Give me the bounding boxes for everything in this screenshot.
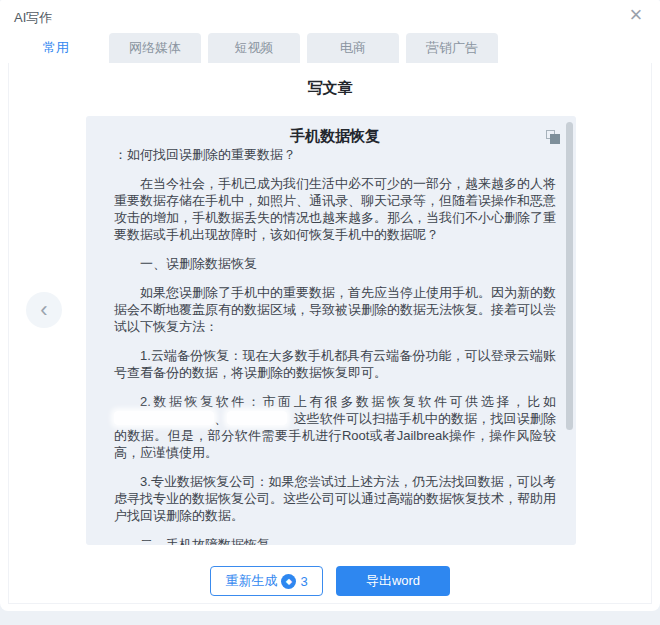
article-section-heading-clipped: 二、手机故障数据恢复 xyxy=(114,536,556,545)
export-word-label: 导出word xyxy=(366,572,420,590)
category-tabbar: 常用 网络媒体 短视频 电商 营销广告 xyxy=(10,33,505,63)
redacted-text-blur xyxy=(227,411,287,425)
ai-writing-dialog: AI写作 × 常用 网络媒体 短视频 电商 营销广告 写文章 手机数据恢复 ：如… xyxy=(0,0,660,611)
tab-yingxiaoguanggao[interactable]: 营销广告 xyxy=(406,33,498,63)
article-paragraph: 3.专业数据恢复公司：如果您尝试过上述方法，仍无法找回数据，可以考虑寻找专业的数… xyxy=(114,473,556,524)
card-scrollbar[interactable] xyxy=(566,122,573,430)
article-body: 手机数据恢复 ：如何找回误删除的重要数据？ 在当今社会，手机已成为我们生活中必不… xyxy=(86,116,576,545)
tab-label: 电商 xyxy=(340,39,366,57)
article-title: 手机数据恢复 xyxy=(114,126,556,146)
tab-wangluomeiti[interactable]: 网络媒体 xyxy=(109,33,201,63)
regenerate-label: 重新生成 xyxy=(225,572,277,590)
tab-changyong[interactable]: 常用 xyxy=(10,33,102,63)
tab-dianshang[interactable]: 电商 xyxy=(307,33,399,63)
tab-label: 营销广告 xyxy=(426,39,478,57)
article-paragraph: 1.云端备份恢复：现在大多数手机都具有云端备份功能，可以登录云端账号查看备份的数… xyxy=(114,347,556,381)
tab-label: 常用 xyxy=(43,39,69,57)
tab-label: 短视频 xyxy=(235,39,274,57)
page-title: 写文章 xyxy=(9,79,651,98)
article-section-heading: 一、误删除数据恢复 xyxy=(114,255,556,272)
credit-coin-icon: ◆ xyxy=(281,574,296,589)
dialog-title: AI写作 xyxy=(14,9,52,27)
action-button-row: 重新生成 ◆ 3 导出word xyxy=(9,566,651,596)
article-subtitle: ：如何找回误删除的重要数据？ xyxy=(114,146,556,163)
content-panel: 写文章 手机数据恢复 ：如何找回误删除的重要数据？ 在当今社会，手机已成为我们生… xyxy=(8,63,652,604)
regenerate-count: 3 xyxy=(300,574,307,589)
regenerate-button[interactable]: 重新生成 ◆ 3 xyxy=(210,566,323,596)
redacted-text-blur xyxy=(114,411,214,425)
tab-label: 网络媒体 xyxy=(129,39,181,57)
copy-icon-front-square xyxy=(550,134,560,144)
article-paragraph: 在当今社会，手机已成为我们生活中必不可少的一部分，越来越多的人将重要数据存储在手… xyxy=(114,175,556,243)
background-strip xyxy=(0,611,660,625)
export-word-button[interactable]: 导出word xyxy=(336,566,450,596)
article-paragraph: 如果您误删除了手机中的重要数据，首先应当停止使用手机。因为新的数据会不断地覆盖原… xyxy=(114,284,556,335)
generated-article-card: 手机数据恢复 ：如何找回误删除的重要数据？ 在当今社会，手机已成为我们生活中必不… xyxy=(86,116,576,545)
paragraph-segment: 2.数据恢复软件：市面上有很多数据恢复软件可供选择，比如 xyxy=(140,394,556,409)
article-paragraph-with-redactions: 2.数据恢复软件：市面上有很多数据恢复软件可供选择，比如、这些软件可以扫描手机中… xyxy=(114,393,556,461)
close-icon[interactable]: × xyxy=(622,2,650,30)
chevron-left-icon[interactable]: ‹ xyxy=(26,292,62,328)
paragraph-segment: 、 xyxy=(214,411,227,426)
tab-duanshipin[interactable]: 短视频 xyxy=(208,33,300,63)
copy-icon[interactable] xyxy=(546,130,560,144)
